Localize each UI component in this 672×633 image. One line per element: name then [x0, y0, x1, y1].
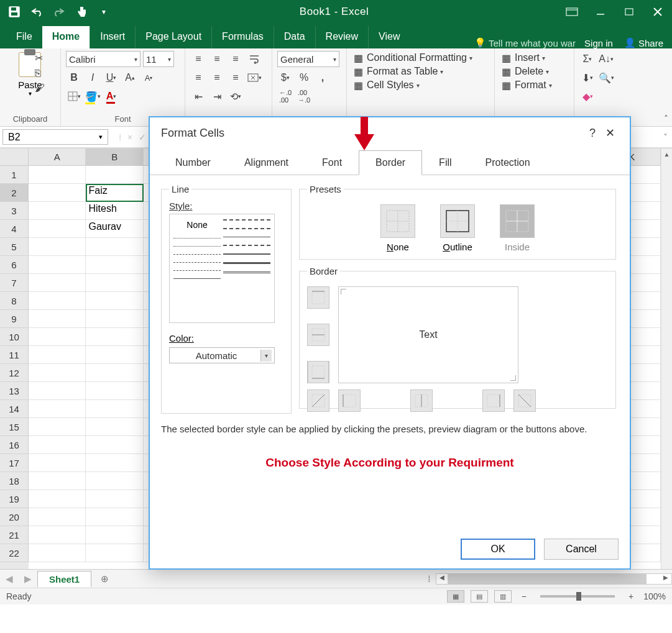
italic-button[interactable]: I: [85, 70, 101, 86]
zoom-slider[interactable]: [540, 595, 615, 598]
page-break-view-icon[interactable]: ▥: [494, 590, 512, 603]
cell[interactable]: [86, 328, 143, 346]
cell[interactable]: Gaurav: [86, 220, 143, 238]
cell[interactable]: [29, 166, 86, 184]
cut-icon[interactable]: ✂: [35, 52, 45, 64]
underline-button[interactable]: U▾: [103, 70, 119, 86]
row-header[interactable]: 22: [0, 544, 29, 562]
format-cells-button[interactable]: ▦Format▾: [500, 78, 569, 92]
row-header[interactable]: 12: [0, 364, 29, 382]
page-layout-view-icon[interactable]: ▤: [471, 590, 488, 603]
cell[interactable]: [86, 526, 143, 544]
row-header[interactable]: 1: [0, 166, 29, 184]
border-left-button[interactable]: [338, 389, 361, 412]
cell[interactable]: [29, 418, 86, 436]
prev-sheet-icon[interactable]: ◀: [0, 573, 19, 585]
cancel-button[interactable]: Cancel: [544, 539, 619, 560]
fill-color-button[interactable]: 🪣▾: [85, 88, 101, 104]
cell[interactable]: [29, 382, 86, 400]
border-h-middle-button[interactable]: [307, 324, 329, 346]
conditional-formatting-button[interactable]: ▦Conditional Formatting▾: [352, 51, 489, 65]
cell[interactable]: [29, 184, 86, 202]
maximize-icon[interactable]: [615, 0, 643, 24]
cell[interactable]: [29, 202, 86, 220]
dlg-tab-alignment[interactable]: Alignment: [228, 150, 305, 175]
undo-icon[interactable]: [30, 5, 44, 19]
scroll-up-icon[interactable]: ▲: [661, 148, 672, 160]
ok-button[interactable]: OK: [461, 539, 535, 560]
wrap-text-icon[interactable]: [246, 51, 262, 67]
fill-button[interactable]: ⬇▾: [579, 70, 596, 86]
add-sheet-button[interactable]: ⊕: [95, 571, 114, 587]
ribbon-display-icon[interactable]: [558, 0, 586, 24]
cell[interactable]: [86, 256, 143, 274]
align-top-icon[interactable]: ≡: [190, 51, 206, 67]
select-all-corner[interactable]: [0, 148, 29, 166]
accounting-button[interactable]: $▾: [277, 70, 293, 86]
cell[interactable]: [86, 292, 143, 310]
cell[interactable]: [86, 400, 143, 418]
cell[interactable]: [86, 508, 143, 526]
row-header[interactable]: 17: [0, 454, 29, 472]
tell-me[interactable]: 💡Tell me what you war: [474, 37, 576, 48]
redo-icon[interactable]: [52, 5, 66, 19]
tab-insert[interactable]: Insert: [90, 26, 135, 48]
autosum-button[interactable]: Σ▾: [579, 51, 596, 67]
preset-outline[interactable]: Outline: [440, 204, 475, 252]
increase-indent-icon[interactable]: ⇥: [209, 88, 225, 104]
cell[interactable]: [86, 166, 143, 184]
scroll-right-icon[interactable]: ▶: [660, 574, 671, 584]
scroll-left-icon[interactable]: ◀: [436, 574, 448, 584]
format-as-table-button[interactable]: ▦Format as Table▾: [352, 65, 489, 78]
dlg-tab-font[interactable]: Font: [305, 150, 359, 175]
minimize-icon[interactable]: [586, 0, 615, 24]
increase-decimal-icon[interactable]: ←.0.00: [277, 88, 293, 104]
cell[interactable]: [29, 454, 86, 472]
expand-fbar-icon[interactable]: ˅: [658, 127, 672, 147]
find-button[interactable]: 🔍▾: [598, 70, 614, 86]
format-painter-icon[interactable]: 🖌: [35, 83, 45, 94]
tab-formulas[interactable]: Formulas: [211, 26, 274, 48]
fx-icon[interactable]: ✓: [139, 132, 146, 142]
zoom-in-button[interactable]: +: [625, 591, 637, 601]
cell[interactable]: [86, 472, 143, 490]
cell[interactable]: [29, 400, 86, 418]
border-diag-down-button[interactable]: [513, 389, 536, 412]
row-header[interactable]: 16: [0, 436, 29, 454]
touch-mode-icon[interactable]: [75, 5, 88, 19]
tab-page-layout[interactable]: Page Layout: [135, 26, 211, 48]
cell[interactable]: [86, 454, 143, 472]
cell[interactable]: [29, 256, 86, 274]
col-header-B[interactable]: B: [86, 148, 143, 166]
dlg-tab-protection[interactable]: Protection: [469, 150, 547, 175]
merge-button[interactable]: ▾: [246, 70, 262, 86]
cell[interactable]: [29, 544, 86, 562]
cell[interactable]: [29, 238, 86, 256]
cell[interactable]: [86, 436, 143, 454]
cell[interactable]: [86, 382, 143, 400]
align-bottom-icon[interactable]: ≡: [228, 51, 244, 67]
save-icon[interactable]: [7, 5, 21, 19]
row-header[interactable]: 5: [0, 238, 29, 256]
font-color-button[interactable]: A▾: [103, 88, 119, 104]
cell[interactable]: [86, 490, 143, 508]
align-right-icon[interactable]: ≡: [228, 70, 244, 86]
cell[interactable]: [29, 328, 86, 346]
row-header[interactable]: 7: [0, 274, 29, 292]
border-diag-up-button[interactable]: [307, 389, 329, 412]
border-right-button[interactable]: [482, 389, 505, 412]
cell[interactable]: [29, 508, 86, 526]
tab-data[interactable]: Data: [274, 26, 315, 48]
cell[interactable]: Faiz: [86, 184, 143, 202]
cell[interactable]: [29, 274, 86, 292]
cell[interactable]: [29, 292, 86, 310]
enter-fx-icon[interactable]: ×: [127, 132, 132, 142]
row-header[interactable]: 20: [0, 508, 29, 526]
insert-cells-button[interactable]: ▦Insert▾: [500, 51, 569, 65]
row-header[interactable]: 18: [0, 472, 29, 490]
normal-view-icon[interactable]: ▦: [447, 590, 464, 603]
row-header[interactable]: 10: [0, 328, 29, 346]
qat-more-icon[interactable]: ▾: [97, 5, 111, 19]
bold-button[interactable]: B: [66, 70, 82, 86]
border-v-middle-button[interactable]: [410, 389, 433, 412]
